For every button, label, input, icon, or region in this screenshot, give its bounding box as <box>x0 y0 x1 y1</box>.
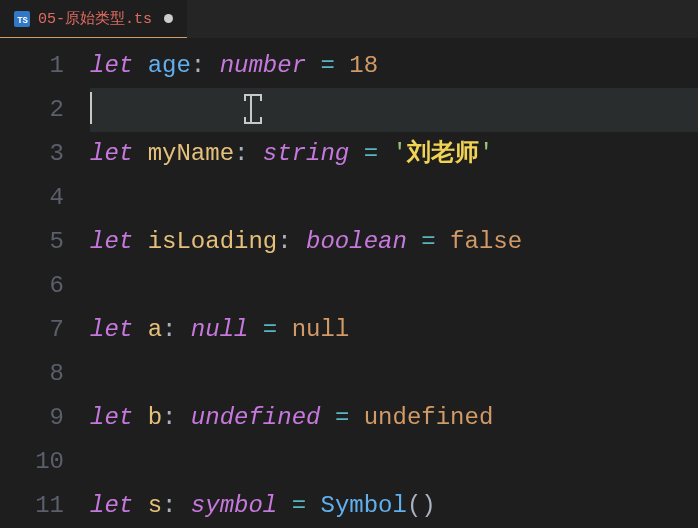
type-annotation: number <box>220 52 306 79</box>
function-call: Symbol <box>320 492 406 519</box>
equals: = <box>263 316 277 343</box>
keyword-let: let <box>90 492 133 519</box>
type-annotation: boolean <box>306 228 407 255</box>
keyword-let: let <box>90 228 133 255</box>
boolean-literal: false <box>450 228 522 255</box>
equals: = <box>320 52 334 79</box>
code-editor[interactable]: 1 2 3 4 5 6 7 8 9 10 11 let age: number … <box>0 38 698 528</box>
line-number-gutter: 1 2 3 4 5 6 7 8 9 10 11 <box>0 44 90 528</box>
code-line-active[interactable] <box>90 88 698 132</box>
code-line[interactable] <box>90 176 698 220</box>
equals: = <box>335 404 349 431</box>
equals: = <box>292 492 306 519</box>
line-number: 10 <box>0 440 64 484</box>
line-number: 4 <box>0 176 64 220</box>
line-number: 6 <box>0 264 64 308</box>
type-annotation: undefined <box>191 404 321 431</box>
line-number: 9 <box>0 396 64 440</box>
colon: : <box>162 316 176 343</box>
identifier: age <box>148 52 191 79</box>
identifier: isLoading <box>148 228 278 255</box>
colon: : <box>277 228 291 255</box>
line-number: 7 <box>0 308 64 352</box>
code-line[interactable] <box>90 352 698 396</box>
identifier: b <box>148 404 162 431</box>
typescript-icon: TS <box>14 11 30 27</box>
code-line[interactable]: let a: null = null <box>90 308 698 352</box>
undefined-literal: undefined <box>364 404 494 431</box>
equals: = <box>421 228 435 255</box>
number-literal: 18 <box>349 52 378 79</box>
colon: : <box>191 52 205 79</box>
keyword-let: let <box>90 316 133 343</box>
code-line[interactable]: let s: symbol = Symbol() <box>90 484 698 528</box>
identifier: myName <box>148 140 234 167</box>
line-number: 5 <box>0 220 64 264</box>
keyword-let: let <box>90 404 133 431</box>
text-caret-icon <box>90 92 92 124</box>
line-number: 8 <box>0 352 64 396</box>
type-annotation: string <box>263 140 349 167</box>
identifier: s <box>148 492 162 519</box>
code-line[interactable]: let isLoading: boolean = false <box>90 220 698 264</box>
unsaved-dot-icon <box>164 14 173 23</box>
line-number: 11 <box>0 484 64 528</box>
string-quote: ' <box>393 140 407 167</box>
keyword-let: let <box>90 140 133 167</box>
identifier: a <box>148 316 162 343</box>
string-quote: ' <box>479 140 493 167</box>
code-line[interactable]: let b: undefined = undefined <box>90 396 698 440</box>
line-number: 2 <box>0 88 64 132</box>
ibeam-cursor-icon <box>244 94 258 124</box>
line-number: 3 <box>0 132 64 176</box>
paren-open: ( <box>407 492 421 519</box>
colon: : <box>162 492 176 519</box>
tab-active[interactable]: TS 05-原始类型.ts <box>0 0 187 38</box>
tab-bar: TS 05-原始类型.ts <box>0 0 698 38</box>
string-literal: 刘老师 <box>407 140 479 167</box>
type-annotation: null <box>191 316 249 343</box>
paren-close: ) <box>421 492 435 519</box>
code-line[interactable]: let myName: string = '刘老师' <box>90 132 698 176</box>
equals: = <box>364 140 378 167</box>
code-line[interactable]: let age: number = 18 <box>90 44 698 88</box>
line-number: 1 <box>0 44 64 88</box>
code-line[interactable] <box>90 440 698 484</box>
type-annotation: symbol <box>191 492 277 519</box>
tab-filename: 05-原始类型.ts <box>38 9 152 28</box>
keyword-let: let <box>90 52 133 79</box>
code-area[interactable]: let age: number = 18 let myName: string … <box>90 44 698 528</box>
colon: : <box>162 404 176 431</box>
code-line[interactable] <box>90 264 698 308</box>
colon: : <box>234 140 248 167</box>
null-literal: null <box>292 316 350 343</box>
